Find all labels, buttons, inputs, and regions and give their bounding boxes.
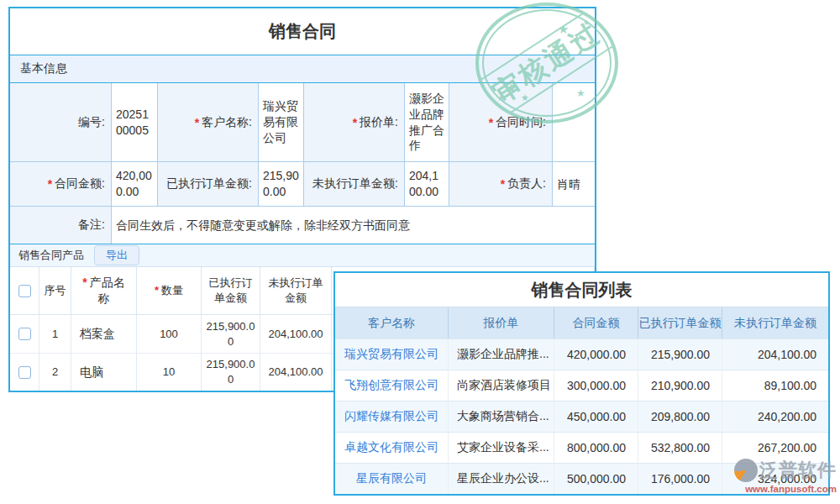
- field-value-contract-time: [553, 83, 595, 162]
- field-label-remark: 备注:: [10, 207, 112, 244]
- required-asterisk: *: [155, 283, 159, 298]
- product-select-cell: [10, 353, 39, 391]
- product-index-cell: 2: [39, 353, 71, 391]
- unexecuted-cell: 240,200.00: [722, 401, 828, 432]
- list-title: 销售合同列表: [335, 273, 828, 307]
- quote-cell: 星辰企业办公设...: [449, 463, 554, 494]
- required-asterisk: *: [195, 116, 199, 129]
- list-table: 客户名称 报价单 合同金额 已执行订单金额 未执行订单金额 瑞兴贸易有限公司 灏…: [335, 307, 828, 494]
- unexecuted-cell: 204,100.00: [722, 339, 828, 370]
- customer-link[interactable]: 卓越文化有限公司: [335, 432, 449, 463]
- field-label-contract-time: *合同时间:: [449, 83, 553, 162]
- product-executed-cell: 215,900.00: [202, 353, 260, 391]
- list-header-quote: 报价单: [449, 307, 554, 339]
- field-label-owner: *负责人:: [449, 162, 553, 207]
- field-label-unexecuted: 未执行订单金额:: [304, 162, 405, 207]
- field-value-remark: 合同生效后，不得随意变更或解除，除非经双方书面同意: [112, 207, 595, 244]
- products-header-index: 序号: [39, 267, 71, 315]
- required-asterisk: *: [48, 177, 52, 191]
- field-label-quote: *报价单:: [304, 83, 405, 162]
- remark-row: 备注: 合同生效后，不得随意变更或解除，除非经双方书面同意: [10, 207, 595, 244]
- amount-cell: 300,000.00: [554, 370, 638, 401]
- products-section-label: 销售合同产品: [18, 248, 84, 263]
- field-value-unexecuted: 204,100.00: [405, 162, 449, 207]
- list-header-unexecuted: 未执行订单金额: [722, 307, 828, 339]
- product-qty-cell: 100: [137, 315, 202, 353]
- executed-cell: 532,800.00: [638, 432, 722, 463]
- row-checkbox[interactable]: [18, 328, 31, 340]
- executed-cell: 209,800.00: [638, 401, 722, 432]
- field-value-owner: 肖晴: [553, 162, 595, 207]
- list-header-amount: 合同金额: [554, 307, 638, 339]
- amount-cell: 450,000.00: [554, 401, 638, 432]
- required-asterisk: *: [501, 177, 505, 191]
- select-all-checkbox[interactable]: [18, 285, 31, 297]
- quote-cell: 灏影企业品牌推...: [449, 339, 554, 370]
- basic-info-section-header: 基本信息: [10, 55, 595, 83]
- export-button[interactable]: 导出: [94, 245, 139, 265]
- product-index-cell: 1: [39, 315, 71, 353]
- executed-cell: 176,000.00: [638, 463, 722, 494]
- field-value-amount: 420,000.00: [112, 162, 158, 207]
- products-header-unexecuted: 未执行订单金额: [260, 267, 332, 315]
- required-asterisk: *: [353, 116, 357, 129]
- executed-cell: 215,900.00: [638, 339, 722, 370]
- amount-cell: 420,000.00: [554, 339, 638, 370]
- unexecuted-cell: 89,100.00: [722, 370, 828, 401]
- products-section-header: 销售合同产品 导出: [10, 244, 595, 267]
- product-name-cell: 电脑: [71, 353, 137, 391]
- page-title: 销售合同: [10, 8, 595, 55]
- quote-cell: 大象商场营销合...: [449, 401, 554, 432]
- products-header-name: *产品名称: [71, 267, 137, 315]
- required-asterisk: *: [82, 276, 87, 289]
- field-value-customer: 瑞兴贸易有限公司: [259, 83, 304, 162]
- customer-link[interactable]: 闪耀传媒有限公司: [335, 401, 449, 432]
- products-header-executed: 已执行订单金额: [202, 267, 260, 315]
- product-qty-cell: 10: [137, 353, 202, 391]
- sales-contract-list-panel: 销售合同列表 客户名称 报价单 合同金额 已执行订单金额 未执行订单金额 瑞兴贸…: [333, 271, 830, 496]
- product-unexecuted-cell: 204,100.00: [260, 315, 332, 353]
- product-executed-cell: 215,900.00: [202, 315, 260, 353]
- required-asterisk: *: [489, 116, 493, 129]
- customer-link[interactable]: 瑞兴贸易有限公司: [335, 339, 449, 370]
- executed-cell: 210,900.00: [638, 370, 722, 401]
- field-value-number: 2025100005: [112, 83, 158, 162]
- list-header-customer: 客户名称: [335, 307, 449, 339]
- field-label-amount: *合同金额:: [10, 162, 112, 207]
- quote-cell: 艾家企业设备采...: [449, 432, 554, 463]
- amount-cell: 500,000.00: [554, 463, 638, 494]
- product-unexecuted-cell: 204,100.00: [260, 353, 332, 391]
- unexecuted-cell: 324,000.00: [722, 463, 828, 494]
- quote-cell: 尚家酒店装修项目: [449, 370, 554, 401]
- row-checkbox[interactable]: [18, 366, 31, 379]
- basic-info-grid: 编号: 2025100005 *客户名称: 瑞兴贸易有限公司 *报价单: 灏影企…: [10, 83, 595, 207]
- field-label-customer: *客户名称:: [158, 83, 259, 162]
- products-header-qty: *数量: [137, 267, 202, 315]
- customer-link[interactable]: 星辰有限公司: [335, 463, 449, 494]
- amount-cell: 800,000.00: [554, 432, 638, 463]
- field-value-executed: 215,900.00: [259, 162, 304, 207]
- unexecuted-cell: 267,200.00: [722, 432, 828, 463]
- product-select-cell: [10, 315, 39, 353]
- field-label-executed: 已执行订单金额:: [158, 162, 259, 207]
- field-value-quote: 灏影企业品牌推广合作: [405, 83, 449, 162]
- product-name-cell: 档案盒: [71, 315, 137, 353]
- products-header-select: [10, 267, 39, 315]
- field-label-number: 编号:: [10, 83, 112, 162]
- basic-info-section-label: 基本信息: [20, 61, 67, 76]
- list-header-executed: 已执行订单金额: [638, 307, 722, 339]
- customer-link[interactable]: 飞翔创意有限公司: [335, 370, 449, 401]
